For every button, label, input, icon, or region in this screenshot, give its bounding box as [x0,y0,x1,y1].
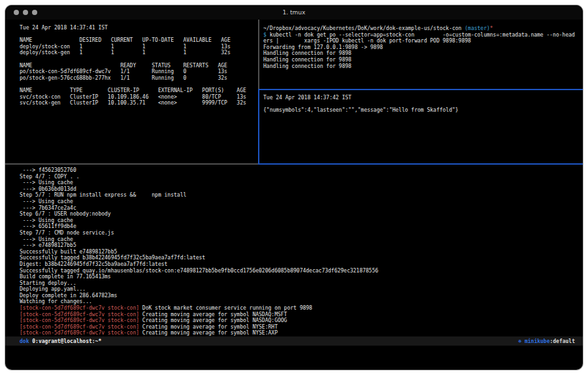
terminal-line: Tue 24 Apr 2018 14:37:41 IST [20,25,272,31]
status-right: ☸ minikube:default [518,338,575,344]
terminal-line: Handling connection for 9898 [263,57,583,63]
terminal-line: po/stock-gen-576cc688bb-277hx 1/1 Runnin… [20,75,272,82]
kube-namespace: :default [549,338,575,344]
terminal-line [20,56,272,63]
terminal-line: ---> e74898127bb5 [20,242,583,249]
terminal-window: 1. tmux Tue 24 Apr 2018 14:37:41 IST NAM… [5,5,583,370]
pane-kubectl-watch[interactable]: Tue 24 Apr 2018 14:37:41 IST NAME DESIRE… [5,20,272,169]
terminal-line: NAME DESIRED CURRENT UP-TO-DATE AVAILABL… [20,37,272,44]
terminal-line: ---> Using cache [20,199,583,205]
terminal-line: NAME TYPE CLUSTER-IP EXTERNAL-IP PORT(S)… [20,88,272,94]
terminal-line: Tue 24 Apr 2018 14:37:42 IST [263,95,583,101]
window-titlebar[interactable]: 1. tmux [5,5,583,20]
terminal-line: Step 5/7 : RUN npm install express && np… [20,192,583,199]
terminal-line: Deploying app.yaml... [20,286,583,293]
terminal-line: ---> Using cache [20,180,583,186]
terminal-line: Step 6/7 : USER nobody:nobody [20,211,583,218]
minimize-button[interactable] [23,10,28,15]
terminal-line: ---> 7b6347ce2a4c [20,205,583,212]
terminal-line: ---> 65611ff9db4e [20,223,583,230]
pane-port-forward-shell[interactable]: ~/Dropbox/advocacy/Kubernetes/DoK/work/d… [259,20,583,95]
terminal-line: Handling connection for 9898 [263,50,583,57]
terminal-line: deploy/stock-con 1 1 1 1 13s [20,44,272,50]
terminal-line: [stock-con-5d7df689cf-dwc7v stock-con] C… [20,324,583,331]
traffic-light-buttons [14,10,37,15]
terminal-line: ---> f45623052760 [20,167,583,174]
terminal-line [263,101,583,108]
terminal-line: Successfully built e74898127bb5 [20,249,583,255]
terminal-line: Handling connection for 9898 [263,63,583,70]
active-pane-border-left[interactable] [258,89,259,165]
terminal-line: deploy/stock-gen 1 1 1 1 32s [20,50,272,56]
terminal-line: ---> 0b636bd013dd [20,186,583,193]
terminal-line: ~/Dropbox/advocacy/Kubernetes/DoK/work/d… [263,25,583,32]
terminal-line: NAME READY STATUS RESTARTS AGE [20,63,272,69]
terminal-line: Watching for changes... [20,299,583,305]
terminal-line: ers | xargs -IPOD kubectl -n dok port-fo… [263,38,583,44]
terminal-line: Starting deploy... [20,280,583,287]
kube-context: minikube [521,338,549,344]
terminal-line [20,31,272,38]
pane-skaffold-build-log[interactable]: ---> f45623052760Step 4/7 : COPY . . ---… [5,165,583,338]
terminal-line: Digest: b38b42246945fd7f32c5ba9aea7af7fd… [20,261,583,268]
pane-curl-output-active[interactable]: Tue 24 Apr 2018 14:37:42 IST {"numsymbol… [259,90,583,168]
status-left: dok 0:vagrant@localhost:~* [20,338,101,344]
active-pane-border-bottom[interactable] [258,163,583,165]
terminal-line: Deploy complete in 286.647823ms [20,293,583,299]
terminal-line: [stock-con-5d7df689cf-dwc7v stock-con] D… [20,305,583,312]
window-label: 0:vagrant@localhost:~* [29,338,101,344]
terminal-line: Successfully tagged quay.io/mhausenblas/… [20,268,583,274]
terminal-line: [stock-con-5d7df689cf-dwc7v stock-con] C… [20,312,583,318]
pane-divider-vertical[interactable] [258,20,259,89]
terminal-line: [stock-con-5d7df689cf-dwc7v stock-con] C… [20,318,583,324]
zoom-button[interactable] [32,10,37,15]
terminal-line: Step 4/7 : COPY . . [20,174,583,180]
terminal-line: Build complete in 77.165413ms [20,274,583,280]
terminal-line: svc/stock-gen ClusterIP 10.100.35.71 <no… [20,100,272,106]
terminal-line [20,81,272,88]
window-title: 1. tmux [5,5,583,20]
tmux-status-bar: dok 0:vagrant@localhost:~* ☸ minikube:de… [5,336,583,346]
terminal-line: Forwarding from 127.0.0.1:9898 -> 9898 [263,44,583,51]
terminal-line: $ kubectl -n dok get po --selector=app=s… [263,32,583,39]
terminal-line: svc/stock-con ClusterIP 10.109.186.46 <n… [20,94,272,101]
terminal-line: Step 7/7 : CMD node service.js [20,230,583,236]
terminal-line: ---> Using cache [20,218,583,224]
pane-divider-horizontal[interactable] [5,163,258,165]
session-name: dok [20,338,29,344]
terminal-line: Successfully tagged b38b42246945fd7f32c5… [20,255,583,261]
terminal-line: [stock-con-5d7df689cf-dwc7v stock-con] C… [20,330,583,336]
terminal-line: {"numsymbols":4,"lastseen":"","message":… [263,107,583,114]
terminal-line: po/stock-con-5d7df689cf-dwc7v 1/1 Runnin… [20,69,272,75]
active-pane-border-top[interactable] [259,89,583,90]
close-button[interactable] [14,10,19,15]
terminal-line: ---> Using cache [20,236,583,243]
